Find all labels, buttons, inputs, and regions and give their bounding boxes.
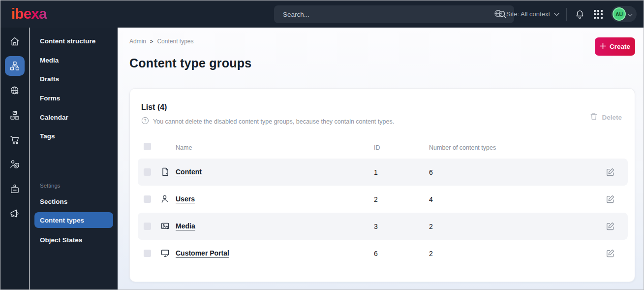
sidebar-item-forms[interactable]: Forms (34, 90, 113, 106)
row-checkbox[interactable] (144, 195, 151, 203)
group-id: 6 (374, 250, 378, 258)
content-type-groups-card: List (4) ? You cannot delete the disable… (129, 88, 635, 282)
list-help: ? You cannot delete the disabled content… (141, 117, 394, 126)
group-link[interactable]: Customer Portal (176, 249, 229, 257)
sidebar-item-calendar[interactable]: Calendar (34, 109, 113, 125)
breadcrumb-separator: > (150, 38, 153, 44)
customer-portal-screen-icon (160, 248, 170, 258)
create-button-label: Create (610, 43, 630, 50)
group-count: 2 (429, 223, 433, 230)
table-row: Users 2 4 (138, 186, 628, 213)
breadcrumb-admin[interactable]: Admin (129, 38, 146, 45)
ibexa-admin-window: ibexa Site: All context (0, 0, 644, 290)
sidebar-item-object-states[interactable]: Object States (34, 232, 113, 248)
table-row: Customer Portal 6 2 (138, 240, 628, 267)
content-file-icon (160, 167, 170, 177)
table-row: Content 1 6 (138, 159, 628, 186)
edit-icon[interactable] (606, 167, 615, 177)
edit-icon[interactable] (606, 222, 615, 231)
sidebar-item-sections[interactable]: Sections (34, 193, 113, 209)
trash-icon (590, 112, 598, 122)
user-menu[interactable]: AU (611, 6, 637, 22)
personalization-icon[interactable] (5, 155, 25, 174)
content-tree-icon[interactable] (5, 56, 25, 76)
group-count: 4 (429, 195, 433, 203)
search-input[interactable] (283, 11, 496, 18)
column-header-id: ID (374, 144, 380, 151)
sidebar-item-content-types[interactable]: Content types (34, 212, 113, 228)
help-question-icon: ? (141, 117, 149, 126)
site-context-label: Site: All context (506, 10, 550, 18)
menu-divider (30, 177, 118, 177)
sidebar-icon-rail (0, 28, 29, 290)
sidebar-item-media[interactable]: Media (34, 52, 113, 68)
home-icon[interactable] (5, 32, 25, 51)
group-id: 1 (374, 168, 378, 176)
delete-button[interactable]: Delete (590, 112, 622, 122)
breadcrumb: Admin > Content types (129, 38, 194, 45)
sidebar-item-drafts[interactable]: Drafts (34, 71, 113, 87)
ibexa-logo[interactable]: ibexa (11, 5, 47, 22)
svg-text:?: ? (144, 118, 147, 123)
breadcrumb-current: Content types (157, 38, 193, 45)
select-all-checkbox[interactable] (144, 143, 151, 150)
delete-button-label: Delete (602, 114, 622, 121)
globe-icon (494, 9, 502, 19)
topbar-right-cluster: Site: All context AU (494, 0, 637, 28)
page-title: Content type groups (129, 56, 251, 70)
site-context-selector[interactable]: Site: All context (494, 9, 559, 19)
row-checkbox[interactable] (144, 250, 151, 257)
group-link[interactable]: Media (176, 222, 195, 230)
list-help-text: You cannot delete the disabled content t… (153, 118, 394, 125)
settings-heading: Settings (40, 183, 61, 189)
notifications-bell-icon[interactable] (574, 8, 585, 20)
list-title: List (4) (141, 103, 167, 112)
table-header: Name ID Number of content types (138, 142, 628, 155)
avatar: AU (613, 7, 626, 21)
chevron-down-icon (554, 10, 559, 18)
badge-icon[interactable] (5, 179, 25, 199)
column-header-count: Number of content types (429, 144, 496, 151)
topbar-divider (566, 8, 567, 21)
row-checkbox[interactable] (144, 223, 151, 230)
group-link[interactable]: Users (176, 195, 195, 203)
group-count: 6 (429, 168, 433, 176)
column-header-name: Name (176, 144, 192, 151)
cart-icon[interactable] (5, 130, 25, 150)
user-icon (160, 194, 170, 204)
create-button[interactable]: Create (595, 37, 635, 56)
media-image-icon (160, 221, 170, 231)
site-globe-icon[interactable] (5, 81, 25, 100)
table-row: Media 3 2 (138, 213, 628, 240)
sidebar-menu: Content structure Media Drafts Forms Cal… (30, 28, 118, 290)
global-search (274, 5, 514, 23)
group-id: 3 (374, 223, 378, 230)
group-link[interactable]: Content (176, 168, 202, 176)
group-id: 2 (374, 195, 378, 203)
group-count: 2 (429, 250, 433, 258)
sidebar-item-tags[interactable]: Tags (34, 128, 113, 144)
app-switcher-grid-icon[interactable] (592, 8, 604, 20)
products-icon[interactable] (5, 105, 25, 125)
sidebar-item-content-structure[interactable]: Content structure (34, 33, 113, 49)
plus-icon (600, 43, 606, 51)
topbar: ibexa Site: All context (0, 0, 644, 28)
table-body: Content 1 6 (138, 159, 628, 267)
row-checkbox[interactable] (144, 168, 151, 176)
chevron-down-icon (628, 10, 633, 19)
edit-icon[interactable] (606, 249, 615, 258)
edit-icon[interactable] (606, 194, 615, 204)
main-content: Admin > Content types Create Content typ… (118, 28, 644, 290)
megaphone-icon[interactable] (5, 204, 25, 224)
